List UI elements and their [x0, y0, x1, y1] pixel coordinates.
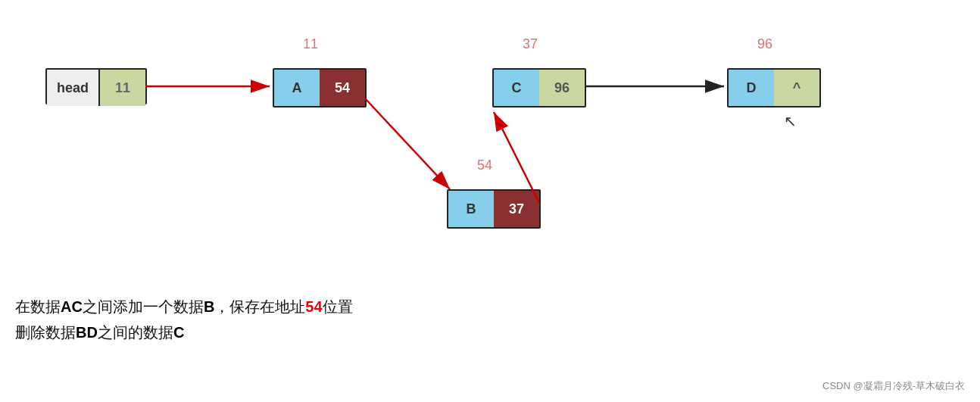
ann2-part3: 之间的数据	[98, 324, 173, 341]
annotation-line-2: 删除数据BD之间的数据C	[15, 321, 697, 344]
ann2-part4: C	[173, 324, 184, 341]
node-B: B 37	[447, 189, 541, 229]
ann1-part1: 在数据	[15, 298, 61, 315]
head-label: head	[47, 70, 100, 106]
ann2-part2: BD	[76, 324, 98, 341]
ann1-part3: 之间添加一个数据	[83, 298, 204, 315]
node-C-label: C	[494, 70, 539, 106]
ann1-part7: 位置	[323, 298, 353, 315]
watermark: CSDN @凝霜月冷残-草木破白衣	[822, 379, 965, 393]
addr-label-C: 37	[523, 36, 538, 52]
node-B-value: 37	[494, 191, 539, 227]
arrows-svg	[0, 0, 980, 288]
ann1-part4: B	[204, 298, 214, 315]
addr-label-A: 11	[303, 36, 318, 52]
node-B-label: B	[448, 191, 494, 227]
ann2-part1: 删除数据	[15, 324, 76, 341]
svg-line-3	[365, 98, 450, 189]
ann1-part2: AC	[61, 298, 83, 315]
node-head: head 11	[45, 68, 147, 104]
annotation-area: 在数据AC之间添加一个数据B，保存在地址54位置 删除数据BD之间的数据C	[15, 295, 697, 347]
node-C: C 96	[492, 68, 586, 108]
cursor-icon: ↖	[784, 112, 797, 130]
node-A: A 54	[273, 68, 367, 108]
node-D: D ^	[727, 68, 821, 108]
addr-label-D: 96	[757, 36, 772, 52]
addr-label-B: 54	[477, 157, 492, 173]
head-value: 11	[100, 70, 145, 106]
node-C-value: 96	[539, 70, 585, 106]
node-A-label: A	[274, 70, 320, 106]
annotation-line-1: 在数据AC之间添加一个数据B，保存在地址54位置	[15, 295, 697, 318]
node-A-value: 54	[320, 70, 365, 106]
ann1-part5: ，保存在地址	[214, 298, 305, 315]
diagram-area: 11 37 96 54 head 11 A 54 C 96 D ^ B 37 ↖	[0, 0, 980, 288]
node-D-label: D	[729, 70, 774, 106]
node-D-value: ^	[774, 70, 819, 106]
ann1-part6: 54	[305, 298, 322, 315]
